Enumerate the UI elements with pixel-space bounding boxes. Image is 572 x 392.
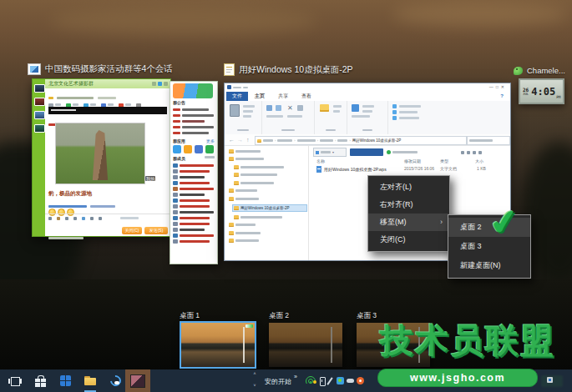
file-date: 2015/7/26 16:06 [404, 166, 434, 171]
usb-tray-icon[interactable] [320, 377, 326, 386]
toolbar-overflow-icon[interactable]: » [294, 374, 297, 379]
menu-item-snap-left[interactable]: 左对齐(L) [368, 178, 449, 196]
photo-viewer-button-active[interactable] [125, 369, 150, 392]
photo-thumbnail-icon [130, 374, 145, 388]
tab-home: 主页 [255, 92, 265, 101]
submenu-item-new-desktop[interactable]: 新建桌面(N) [448, 256, 530, 275]
store-button[interactable] [28, 369, 52, 392]
orange-tray-icon[interactable] [357, 377, 364, 384]
photo-caption: 我拍 [145, 176, 155, 181]
apps-header: 群应用 [173, 138, 185, 143]
member-list [170, 163, 217, 244]
explorer-window-title[interactable]: 用好Windows 10虚拟桌面-2P [224, 63, 353, 76]
help-icon: ? [500, 92, 504, 101]
ribbon-group-select [388, 101, 432, 134]
explorer-window-title-label: 用好Windows 10虚拟桌面-2P [239, 64, 353, 76]
session-thumb [34, 98, 45, 106]
qq-send-button: 发送(S) [144, 227, 168, 234]
clock-time: 4:05 [531, 86, 555, 98]
file-size: 1 KB [477, 166, 486, 171]
blue-grid-app-icon [60, 375, 71, 386]
clock-ampm: PM [556, 95, 560, 99]
ribbon-group-organize: ✕ [262, 101, 315, 134]
menu-item-snap-right[interactable]: 右对齐(R) [368, 196, 449, 214]
blue-swoosh-icon [110, 375, 121, 386]
breadcrumb-current: 用好Windows 10虚拟桌面-2P [352, 138, 402, 143]
watermark-title: 技术员联盟 [380, 318, 555, 364]
session-thumb [34, 84, 45, 93]
chevron-down-icon: ˅ [251, 383, 259, 388]
file-explorer-button[interactable] [78, 369, 102, 392]
members-header: 群成员 [173, 156, 185, 161]
tab-file: 文件 [226, 92, 248, 101]
task-view-screen: 中国数码摄影家活动群等4个会话 用好Windows 10虚拟桌面-2P Cham… [0, 0, 572, 392]
tab-share: 共享 [278, 92, 288, 101]
news-app-button[interactable] [53, 369, 77, 392]
desktop-1-label[interactable]: 桌面 1 [180, 311, 200, 321]
qq-close-button: 关闭(C) [122, 227, 142, 234]
menu-item-move-to[interactable]: 移至(M)› [368, 214, 449, 231]
column-size[interactable]: 大小 [475, 158, 483, 163]
qq-ad-banner [48, 107, 167, 114]
chameleon-icon [514, 67, 523, 75]
explorer-app-icon [227, 85, 231, 89]
forward-icon: → [237, 137, 243, 143]
quick-access-toolbar [227, 85, 248, 89]
address-bar: ← → ↑ › › › › › 用好Windows 10虚拟桌面-2P [225, 134, 510, 146]
file-row[interactable]: 用好Windows 10虚拟桌面-2P.wps [316, 166, 387, 173]
file-type: 文字文档 [440, 166, 457, 171]
folder-tree[interactable]: 用好Windows 10虚拟桌面-2P [225, 145, 309, 260]
selected-view-button [350, 148, 383, 156]
browser-app-button[interactable] [104, 369, 127, 392]
back-icon[interactable]: ← [229, 137, 235, 143]
context-menu: 左对齐(L) 右对齐(R) 移至(M)› 关闭(C) [367, 175, 450, 252]
desktop-3-label[interactable]: 桌面 3 [357, 311, 377, 321]
chat-message-text: 豹，极品的发源地 [48, 190, 92, 198]
submenu-arrow-icon: › [440, 214, 443, 231]
column-name[interactable]: 名称 [316, 158, 325, 163]
status-item [387, 150, 418, 154]
cloud-highlight [392, 2, 568, 27]
qq-window-controls [150, 82, 168, 86]
qq-window-thumbnail[interactable]: 北京文化艺术摄影群 我拍 豹，极品的发源地 关闭(C) 发送(S) [32, 78, 171, 237]
desktop-1-thumbnail[interactable] [181, 323, 255, 367]
clock-date: 26 JUL [523, 88, 529, 96]
input-divider [45, 214, 170, 214]
announcement-list [170, 107, 217, 136]
folder-tree-selected-item[interactable]: 用好Windows 10虚拟桌面-2P [232, 204, 307, 212]
annotation-check-icon: ✔ [487, 200, 522, 244]
group-logo [173, 83, 213, 98]
app-icons-row [173, 145, 217, 153]
wifi-tray-icon[interactable] [306, 376, 316, 384]
file-name: 用好Windows 10虚拟桌面-2P.wps [324, 167, 387, 172]
pen-tray-icon[interactable] [326, 377, 332, 384]
explorer-window-controls: —□✕ [489, 84, 507, 89]
ribbon-group-clipboard [225, 101, 262, 134]
cloud-tray-icon[interactable] [347, 379, 354, 383]
qq-window-title[interactable]: 中国数码摄影家活动群等4个会话 [28, 63, 173, 75]
session-thumb [34, 124, 45, 133]
column-type[interactable]: 类型 [440, 158, 448, 163]
clock-window-thumbnail[interactable]: 26 JUL 4:05 PM [519, 78, 564, 104]
up-icon[interactable]: ↑ [246, 137, 250, 143]
desktop-2-label[interactable]: 桌面 2 [269, 311, 289, 321]
qq-photo-icon [28, 63, 41, 75]
breadcrumb[interactable]: › › › › › 用好Windows 10虚拟桌面-2P [255, 136, 467, 145]
toolbar-scroll-chevrons[interactable]: ˄ ˅ [251, 371, 259, 390]
menu-item-close[interactable]: 关闭(C) [368, 231, 449, 249]
qq-group-panel[interactable]: 群公告 群应用更多 群成员 [170, 81, 218, 264]
clock-window-title[interactable]: Chamele... [514, 66, 565, 75]
open-split-button: ▾ [313, 148, 347, 157]
search-box[interactable] [467, 136, 510, 145]
ribbon-group-open [347, 101, 388, 134]
ime-tray-icon[interactable] [547, 377, 553, 383]
desktop-2-thumbnail[interactable] [269, 323, 342, 367]
security-tray-icon[interactable] [337, 377, 344, 384]
group-app-icon [205, 145, 214, 153]
chevron-up-icon: ˄ [251, 371, 259, 376]
task-view-button[interactable] [3, 369, 27, 392]
cloud-highlight [50, 7, 317, 35]
group-app-icon [173, 145, 181, 153]
column-date[interactable]: 修改日期 [404, 158, 421, 163]
task-view-icon [11, 377, 20, 386]
